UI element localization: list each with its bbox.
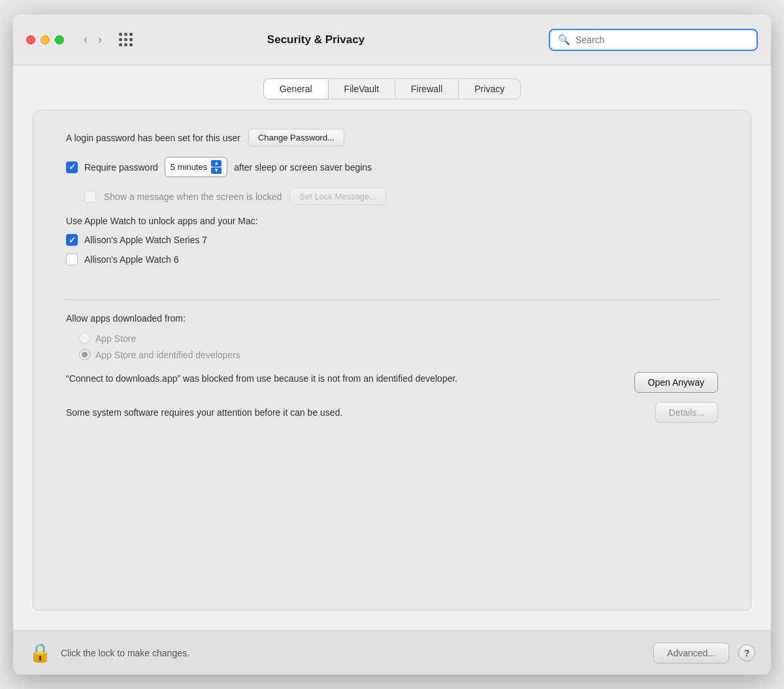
blocked-app-row: “Connect to downloads.app” was blocked f… <box>66 372 718 393</box>
titlebar: ‹ › Security & Privacy 🔍 <box>13 14 771 65</box>
window-title: Security & Privacy <box>93 33 538 46</box>
apple-watch-label: Use Apple Watch to unlock apps and your … <box>66 216 718 226</box>
radio-app-store-button[interactable] <box>79 333 90 344</box>
tab-privacy[interactable]: Privacy <box>459 78 521 99</box>
change-password-button[interactable]: Change Password... <box>248 129 344 146</box>
search-icon: 🔍 <box>558 34 570 46</box>
allow-apps-label: Allow apps downloaded from: <box>66 313 718 324</box>
download-source-radio-group: App Store App Store and identified devel… <box>79 333 718 360</box>
duration-stepper[interactable]: ▲ ▼ <box>211 160 221 174</box>
close-button[interactable] <box>26 35 35 44</box>
help-button[interactable]: ? <box>738 645 755 662</box>
advanced-button[interactable]: Advanced... <box>653 643 729 664</box>
set-lock-message-button[interactable]: Set Lock Message... <box>289 188 386 205</box>
login-password-label: A login password has been set for this u… <box>66 133 240 143</box>
watch-6-row: Allison's Apple Watch 6 <box>66 254 718 265</box>
watch-series7-checkbox[interactable] <box>66 234 78 246</box>
watch-series7-row: Allison's Apple Watch Series 7 <box>66 234 718 246</box>
lock-message-label: Show a message when the screen is locked <box>104 192 282 202</box>
watch-6-checkbox[interactable] <box>66 254 78 265</box>
password-duration-value: 5 minutes <box>171 162 207 172</box>
minimize-button[interactable] <box>41 35 50 44</box>
require-password-suffix: after sleep or screen saver begins <box>234 162 372 173</box>
back-button[interactable]: ‹ <box>80 30 91 49</box>
tab-firewall[interactable]: Firewall <box>395 78 459 99</box>
search-box[interactable]: 🔍 <box>549 29 758 51</box>
section-divider <box>66 299 718 300</box>
tab-bar: General FileVault Firewall Privacy <box>33 78 751 99</box>
content-area: General FileVault Firewall Privacy A log… <box>13 65 771 630</box>
radio-app-store-label: App Store <box>95 333 136 344</box>
watch-6-label: Allison's Apple Watch 6 <box>84 254 179 265</box>
lock-text: Click the lock to make changes. <box>61 648 644 658</box>
stepper-down[interactable]: ▼ <box>211 167 221 174</box>
radio-app-store-devs-button[interactable] <box>79 349 90 360</box>
settings-panel: A login password has been set for this u… <box>33 110 751 611</box>
traffic-lights <box>26 35 64 44</box>
watch-series7-label: Allison's Apple Watch Series 7 <box>84 235 207 245</box>
blocked-app-text: “Connect to downloads.app” was blocked f… <box>66 372 621 386</box>
require-password-row: Require password 5 minutes ▲ ▼ after sle… <box>66 157 718 177</box>
password-duration-dropdown[interactable]: 5 minutes ▲ ▼ <box>165 157 227 177</box>
details-button[interactable]: Details... <box>655 402 718 423</box>
lock-message-checkbox[interactable] <box>84 191 96 203</box>
radio-app-store-devs-label: App Store and identified developers <box>95 350 240 360</box>
open-anyway-button[interactable]: Open Anyway <box>634 372 718 393</box>
require-password-label: Require password <box>84 162 158 173</box>
stepper-up[interactable]: ▲ <box>211 160 221 167</box>
system-software-text: Some system software requires your atten… <box>66 407 642 418</box>
footer: 🔒 Click the lock to make changes. Advanc… <box>13 630 771 675</box>
search-input[interactable] <box>576 35 749 45</box>
require-password-checkbox[interactable] <box>66 161 78 173</box>
radio-app-store[interactable]: App Store <box>79 333 718 344</box>
password-section: A login password has been set for this u… <box>66 129 718 286</box>
main-window: ‹ › Security & Privacy 🔍 General FileVau… <box>13 14 771 675</box>
tab-filevault[interactable]: FileVault <box>329 78 395 99</box>
radio-app-store-devs[interactable]: App Store and identified developers <box>79 349 718 360</box>
apple-watch-section: Use Apple Watch to unlock apps and your … <box>66 216 718 265</box>
login-password-row: A login password has been set for this u… <box>66 129 718 146</box>
lock-icon[interactable]: 🔒 <box>29 644 52 662</box>
download-section: Allow apps downloaded from: App Store Ap… <box>66 313 718 423</box>
tab-general[interactable]: General <box>263 78 329 99</box>
maximize-button[interactable] <box>55 35 64 44</box>
system-software-row: Some system software requires your atten… <box>66 402 718 423</box>
lock-message-row: Show a message when the screen is locked… <box>84 188 718 205</box>
